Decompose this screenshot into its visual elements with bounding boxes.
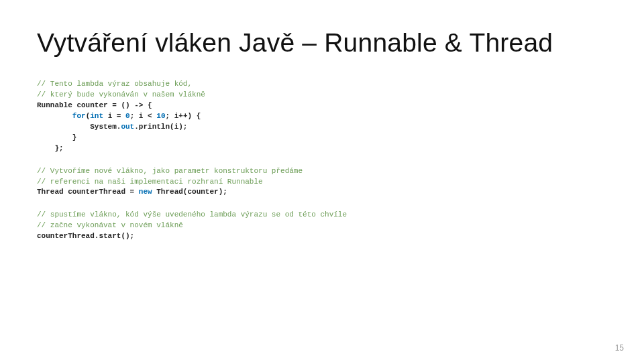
- page-title: Vytváření vláken Javě – Runnable & Threa…: [37, 28, 607, 58]
- code-comment: // začne vykonávat v novém vlákně: [37, 221, 183, 229]
- code-comment: // Vytvoříme nové vlákno, jako parametr …: [37, 167, 303, 175]
- code-text: ; i <: [130, 112, 157, 120]
- code-text: .println(i);: [134, 123, 187, 131]
- code-text: Thread(counter);: [152, 188, 227, 196]
- code-block-2: // Vytvoříme nové vlákno, jako parametr …: [37, 166, 607, 198]
- code-text: i =: [103, 112, 125, 120]
- code-comment: // spustíme vlákno, kód výše uvedeného l…: [37, 210, 347, 219]
- slide: Vytváření vláken Javě – Runnable & Threa…: [0, 0, 644, 362]
- page-number: 15: [615, 343, 624, 353]
- code-text: };: [37, 144, 64, 152]
- code-keyword: new: [139, 188, 152, 196]
- code-comment: // který bude vykonáván v našem vlákně: [37, 90, 205, 99]
- code-text: }: [37, 133, 76, 141]
- code-text: counterThread.start();: [37, 232, 134, 240]
- code-ident: out: [121, 123, 134, 131]
- code-text: ; i++) {: [165, 112, 201, 120]
- code-text: System.: [37, 123, 121, 131]
- code-comment: // Tento lambda výraz obsahuje kód,: [37, 80, 192, 88]
- code-comment: // referenci na naši implementaci rozhra…: [37, 178, 263, 186]
- code-number: 0: [125, 112, 130, 120]
- code-keyword: int: [90, 112, 103, 120]
- code-block-1: // Tento lambda výraz obsahuje kód, // k…: [37, 79, 607, 154]
- code-text: Thread counterThread =: [37, 188, 139, 196]
- code-number: 10: [156, 112, 165, 120]
- code-line: Runnable counter = () -> {: [37, 101, 152, 109]
- code-keyword: for: [37, 112, 86, 120]
- code-block-3: // spustíme vlákno, kód výše uvedeného l…: [37, 210, 607, 242]
